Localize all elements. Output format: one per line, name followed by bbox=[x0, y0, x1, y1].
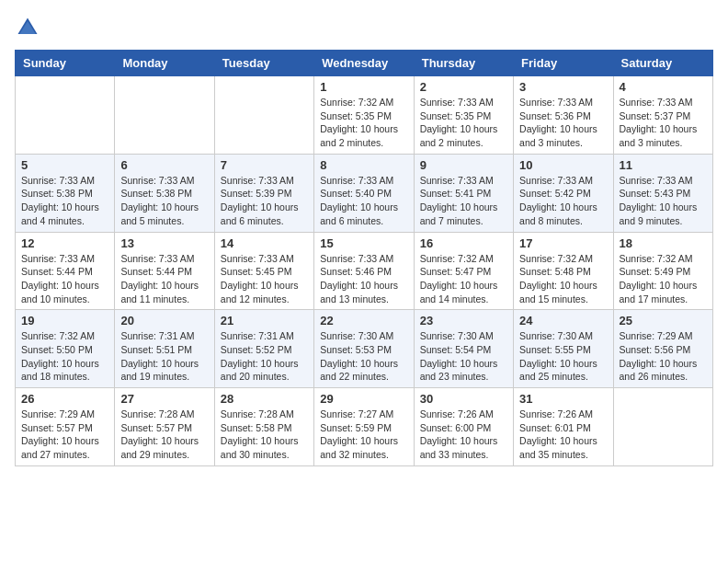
day-number: 2 bbox=[420, 80, 507, 94]
day-info: Sunrise: 7:32 AM Sunset: 5:48 PM Dayligh… bbox=[519, 252, 607, 306]
calendar-day-cell bbox=[613, 388, 712, 466]
day-info: Sunrise: 7:31 AM Sunset: 5:51 PM Dayligh… bbox=[120, 329, 208, 384]
day-number: 19 bbox=[21, 314, 108, 327]
day-number: 27 bbox=[120, 392, 208, 406]
calendar-day-cell: 6Sunrise: 7:33 AM Sunset: 5:38 PM Daylig… bbox=[115, 154, 214, 232]
calendar-day-cell bbox=[115, 76, 214, 155]
day-info: Sunrise: 7:30 AM Sunset: 5:55 PM Dayligh… bbox=[519, 329, 607, 384]
day-number: 24 bbox=[519, 314, 607, 327]
page-header bbox=[15, 15, 713, 40]
day-number: 8 bbox=[320, 158, 407, 172]
day-info: Sunrise: 7:26 AM Sunset: 6:01 PM Dayligh… bbox=[519, 408, 607, 462]
calendar-day-cell: 16Sunrise: 7:32 AM Sunset: 5:47 PM Dayli… bbox=[414, 232, 513, 310]
day-info: Sunrise: 7:26 AM Sunset: 6:00 PM Dayligh… bbox=[420, 408, 507, 462]
calendar-day-cell: 9Sunrise: 7:33 AM Sunset: 5:41 PM Daylig… bbox=[414, 154, 513, 232]
calendar-day-cell: 20Sunrise: 7:31 AM Sunset: 5:51 PM Dayli… bbox=[115, 310, 214, 388]
day-info: Sunrise: 7:28 AM Sunset: 5:58 PM Dayligh… bbox=[221, 408, 308, 462]
day-of-week-header: Friday bbox=[514, 51, 613, 76]
day-number: 15 bbox=[320, 236, 407, 250]
day-of-week-header: Thursday bbox=[414, 51, 513, 76]
calendar-header-row: SundayMondayTuesdayWednesdayThursdayFrid… bbox=[16, 51, 713, 76]
day-info: Sunrise: 7:33 AM Sunset: 5:38 PM Dayligh… bbox=[21, 174, 108, 228]
calendar-day-cell: 12Sunrise: 7:33 AM Sunset: 5:44 PM Dayli… bbox=[16, 232, 115, 310]
day-number: 6 bbox=[120, 158, 208, 172]
day-info: Sunrise: 7:33 AM Sunset: 5:44 PM Dayligh… bbox=[21, 252, 108, 306]
day-number: 21 bbox=[221, 314, 308, 327]
calendar-table: SundayMondayTuesdayWednesdayThursdayFrid… bbox=[15, 50, 713, 466]
calendar-day-cell: 21Sunrise: 7:31 AM Sunset: 5:52 PM Dayli… bbox=[214, 310, 313, 388]
day-number: 10 bbox=[519, 158, 607, 172]
logo bbox=[15, 15, 44, 40]
day-info: Sunrise: 7:33 AM Sunset: 5:36 PM Dayligh… bbox=[519, 96, 607, 150]
day-info: Sunrise: 7:33 AM Sunset: 5:35 PM Dayligh… bbox=[420, 96, 507, 150]
day-info: Sunrise: 7:32 AM Sunset: 5:50 PM Dayligh… bbox=[21, 329, 108, 384]
day-number: 11 bbox=[620, 158, 707, 172]
day-number: 30 bbox=[420, 392, 507, 406]
calendar-week-row: 26Sunrise: 7:29 AM Sunset: 5:57 PM Dayli… bbox=[16, 388, 713, 466]
day-number: 1 bbox=[320, 80, 407, 94]
calendar-day-cell: 10Sunrise: 7:33 AM Sunset: 5:42 PM Dayli… bbox=[514, 154, 613, 232]
day-number: 28 bbox=[221, 392, 308, 406]
day-info: Sunrise: 7:33 AM Sunset: 5:41 PM Dayligh… bbox=[420, 174, 507, 228]
day-info: Sunrise: 7:27 AM Sunset: 5:59 PM Dayligh… bbox=[320, 408, 407, 462]
day-info: Sunrise: 7:32 AM Sunset: 5:35 PM Dayligh… bbox=[320, 96, 407, 150]
calendar-day-cell: 4Sunrise: 7:33 AM Sunset: 5:37 PM Daylig… bbox=[613, 76, 712, 155]
day-info: Sunrise: 7:33 AM Sunset: 5:43 PM Dayligh… bbox=[620, 174, 707, 228]
day-number: 4 bbox=[620, 80, 707, 94]
day-number: 18 bbox=[620, 236, 707, 250]
day-number: 3 bbox=[519, 80, 607, 94]
day-number: 14 bbox=[221, 236, 308, 250]
day-number: 13 bbox=[120, 236, 208, 250]
day-info: Sunrise: 7:30 AM Sunset: 5:53 PM Dayligh… bbox=[320, 329, 407, 384]
day-info: Sunrise: 7:33 AM Sunset: 5:42 PM Dayligh… bbox=[519, 174, 607, 228]
day-number: 26 bbox=[21, 392, 108, 406]
day-number: 5 bbox=[21, 158, 108, 172]
day-info: Sunrise: 7:33 AM Sunset: 5:37 PM Dayligh… bbox=[620, 96, 707, 150]
calendar-day-cell: 13Sunrise: 7:33 AM Sunset: 5:44 PM Dayli… bbox=[115, 232, 214, 310]
calendar-day-cell: 19Sunrise: 7:32 AM Sunset: 5:50 PM Dayli… bbox=[16, 310, 115, 388]
calendar-day-cell: 25Sunrise: 7:29 AM Sunset: 5:56 PM Dayli… bbox=[613, 310, 712, 388]
day-info: Sunrise: 7:29 AM Sunset: 5:57 PM Dayligh… bbox=[21, 408, 108, 462]
calendar-day-cell: 30Sunrise: 7:26 AM Sunset: 6:00 PM Dayli… bbox=[414, 388, 513, 466]
day-number: 29 bbox=[320, 392, 407, 406]
calendar-day-cell: 15Sunrise: 7:33 AM Sunset: 5:46 PM Dayli… bbox=[314, 232, 414, 310]
day-info: Sunrise: 7:31 AM Sunset: 5:52 PM Dayligh… bbox=[221, 329, 308, 384]
day-number: 17 bbox=[519, 236, 607, 250]
logo-icon bbox=[15, 15, 40, 40]
day-info: Sunrise: 7:33 AM Sunset: 5:46 PM Dayligh… bbox=[320, 252, 407, 306]
calendar-day-cell: 8Sunrise: 7:33 AM Sunset: 5:40 PM Daylig… bbox=[314, 154, 414, 232]
calendar-day-cell: 2Sunrise: 7:33 AM Sunset: 5:35 PM Daylig… bbox=[414, 76, 513, 155]
day-number: 7 bbox=[221, 158, 308, 172]
calendar-week-row: 12Sunrise: 7:33 AM Sunset: 5:44 PM Dayli… bbox=[16, 232, 713, 310]
calendar-day-cell bbox=[214, 76, 313, 155]
calendar-day-cell: 1Sunrise: 7:32 AM Sunset: 5:35 PM Daylig… bbox=[314, 76, 414, 155]
day-of-week-header: Tuesday bbox=[214, 51, 313, 76]
calendar-day-cell: 28Sunrise: 7:28 AM Sunset: 5:58 PM Dayli… bbox=[214, 388, 313, 466]
calendar-day-cell: 11Sunrise: 7:33 AM Sunset: 5:43 PM Dayli… bbox=[613, 154, 712, 232]
calendar-day-cell: 29Sunrise: 7:27 AM Sunset: 5:59 PM Dayli… bbox=[314, 388, 414, 466]
day-info: Sunrise: 7:29 AM Sunset: 5:56 PM Dayligh… bbox=[620, 329, 707, 384]
day-info: Sunrise: 7:33 AM Sunset: 5:40 PM Dayligh… bbox=[320, 174, 407, 228]
day-number: 22 bbox=[320, 314, 407, 327]
day-number: 16 bbox=[420, 236, 507, 250]
day-info: Sunrise: 7:32 AM Sunset: 5:49 PM Dayligh… bbox=[620, 252, 707, 306]
day-number: 31 bbox=[519, 392, 607, 406]
day-number: 9 bbox=[420, 158, 507, 172]
calendar-day-cell: 17Sunrise: 7:32 AM Sunset: 5:48 PM Dayli… bbox=[514, 232, 613, 310]
day-info: Sunrise: 7:33 AM Sunset: 5:39 PM Dayligh… bbox=[221, 174, 308, 228]
day-number: 12 bbox=[21, 236, 108, 250]
day-info: Sunrise: 7:28 AM Sunset: 5:57 PM Dayligh… bbox=[120, 408, 208, 462]
calendar-day-cell: 26Sunrise: 7:29 AM Sunset: 5:57 PM Dayli… bbox=[16, 388, 115, 466]
calendar-week-row: 1Sunrise: 7:32 AM Sunset: 5:35 PM Daylig… bbox=[16, 76, 713, 155]
calendar-week-row: 5Sunrise: 7:33 AM Sunset: 5:38 PM Daylig… bbox=[16, 154, 713, 232]
day-info: Sunrise: 7:33 AM Sunset: 5:45 PM Dayligh… bbox=[221, 252, 308, 306]
day-number: 20 bbox=[120, 314, 208, 327]
day-number: 25 bbox=[620, 314, 707, 327]
calendar-day-cell: 7Sunrise: 7:33 AM Sunset: 5:39 PM Daylig… bbox=[214, 154, 313, 232]
calendar-day-cell: 5Sunrise: 7:33 AM Sunset: 5:38 PM Daylig… bbox=[16, 154, 115, 232]
day-number: 23 bbox=[420, 314, 507, 327]
calendar-day-cell: 18Sunrise: 7:32 AM Sunset: 5:49 PM Dayli… bbox=[613, 232, 712, 310]
calendar-day-cell: 14Sunrise: 7:33 AM Sunset: 5:45 PM Dayli… bbox=[214, 232, 313, 310]
day-info: Sunrise: 7:30 AM Sunset: 5:54 PM Dayligh… bbox=[420, 329, 507, 384]
calendar-day-cell bbox=[16, 76, 115, 155]
